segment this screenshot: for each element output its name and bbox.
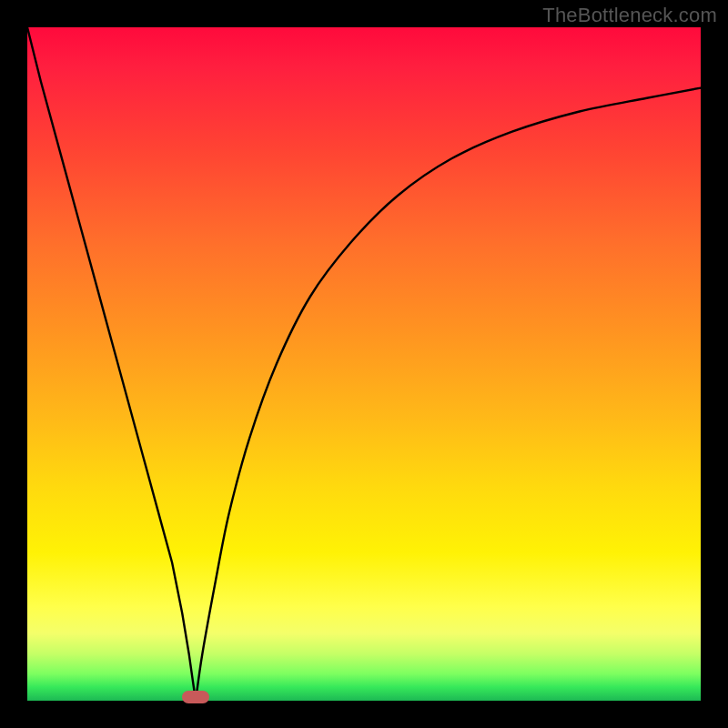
curve-svg [27, 27, 701, 701]
valley-marker [182, 691, 209, 703]
plot-area [27, 27, 701, 701]
bottleneck-curve [27, 27, 701, 701]
watermark-text: TheBottleneck.com [542, 4, 717, 27]
chart-frame: TheBottleneck.com [0, 0, 728, 728]
